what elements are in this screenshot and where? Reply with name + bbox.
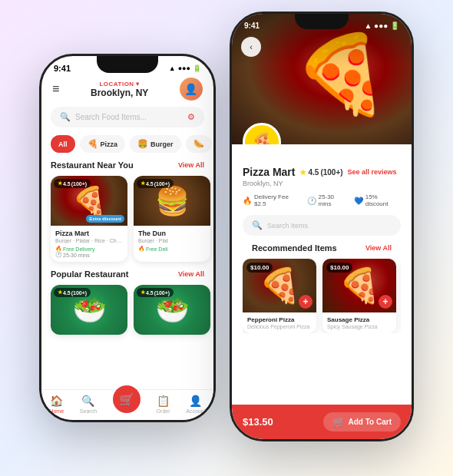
sausage-image: $10.00 + bbox=[322, 259, 396, 312]
burger-label: Burger bbox=[150, 140, 174, 148]
search-input[interactable]: Search Food Items... bbox=[75, 113, 183, 121]
home-icon: 🏠 bbox=[50, 395, 63, 407]
popular-section-header: Popular Restaurant View All bbox=[41, 269, 213, 285]
category-all[interactable]: All bbox=[51, 135, 75, 153]
hamburger-menu-icon[interactable]: ≡ bbox=[52, 82, 59, 96]
the-dun-name: The Dun bbox=[138, 230, 206, 237]
sausage-info: Sausage Pizza Spicy Sausage Pizza bbox=[322, 312, 396, 333]
discount-chip: 💙 15% discount bbox=[354, 193, 401, 207]
right-search-input[interactable]: Search Items bbox=[267, 222, 308, 230]
category-hotdog[interactable]: 🌭 bbox=[186, 135, 212, 153]
checkout-bar: $13.50 🛒 Add To Cart bbox=[232, 405, 412, 439]
left-status-icons: ▲ ●●● 🔋 bbox=[169, 64, 201, 72]
discount-icon: 💙 bbox=[354, 197, 363, 205]
recommended-title: Recommended Items bbox=[252, 243, 337, 253]
burger-emoji: 🍔 bbox=[137, 139, 148, 149]
pepperoni-image: $10.00 + bbox=[243, 259, 316, 312]
back-button[interactable]: ‹ bbox=[241, 37, 261, 57]
right-search-bar[interactable]: 🔍 Search Items bbox=[243, 215, 401, 236]
the-dun-image: ★ 4.5 (100+) bbox=[134, 176, 210, 226]
restaurant-name-row: Pizza Mart ★ 4.5 (100+) See all reviews bbox=[243, 166, 401, 178]
location-label: LOCATION ▾ bbox=[91, 81, 148, 88]
delivery-time-chip: 🕐 25-30 mins bbox=[307, 193, 348, 207]
restaurant-rating: ★ 4.5 (100+) bbox=[299, 168, 342, 177]
the-dun-desc: Burger · Plat bbox=[138, 238, 206, 243]
checkout-price: $13.50 bbox=[243, 416, 273, 428]
restaurant-card-pizza-mart[interactable]: ★ 4.5 (100+) Extra discount Pizza Mart B… bbox=[51, 176, 127, 262]
popular-card-2[interactable]: ★ 4.5 (100+) bbox=[134, 285, 210, 335]
category-burger[interactable]: 🍔 Burger bbox=[130, 135, 181, 153]
hero-section: 9:41 ▲ ●●● 🔋 ‹ 🍕 bbox=[232, 14, 412, 144]
see-all-reviews[interactable]: See all reviews bbox=[348, 168, 397, 176]
location-center[interactable]: LOCATION ▾ Brooklyn, NY bbox=[91, 81, 148, 98]
the-dun-meta: 🔥 Free Deli bbox=[138, 246, 206, 252]
pizza-mart-time: 🕐 25-30 mins bbox=[55, 252, 123, 258]
nearby-section-header: Restaurant Near You View All bbox=[41, 160, 213, 176]
search-icon: 🔍 bbox=[60, 112, 71, 122]
location-name: Brooklyn, NY bbox=[91, 88, 148, 98]
nav-cart[interactable]: 🛒 bbox=[113, 395, 141, 414]
right-screen: 9:41 ▲ ●●● 🔋 ‹ 🍕 Pizza Mart ★ 4.5 (100+)… bbox=[232, 14, 412, 439]
popular-1-rating: ★ 4.5 (100+) bbox=[54, 288, 91, 297]
cart-icon: 🛒 bbox=[119, 392, 134, 407]
restaurant-location: Brooklyn, NY bbox=[243, 180, 401, 187]
cart-button[interactable]: 🛒 bbox=[113, 385, 141, 413]
right-phone: 9:41 ▲ ●●● 🔋 ‹ 🍕 Pizza Mart ★ 4.5 (100+)… bbox=[230, 12, 414, 441]
nav-account[interactable]: 👤 Account bbox=[186, 395, 205, 414]
pizza-label: Pizza bbox=[101, 140, 118, 148]
pizza-mart-name: Pizza Mart bbox=[55, 230, 123, 237]
filter-icon[interactable]: ⚙ bbox=[187, 112, 195, 122]
account-label: Account bbox=[186, 408, 205, 414]
rec-card-sausage[interactable]: $10.00 + Sausage Pizza Spicy Sausage Piz… bbox=[322, 259, 396, 333]
rec-card-pepperoni[interactable]: $10.00 + Pepperoni Pizza Delicious Peppe… bbox=[243, 259, 316, 333]
extra-discount-badge: Extra discount bbox=[86, 215, 124, 223]
pepperoni-add-btn[interactable]: + bbox=[299, 295, 312, 309]
left-header: ≡ LOCATION ▾ Brooklyn, NY 👤 bbox=[41, 78, 213, 107]
bottom-nav: 🏠 Home 🔍 Search 🛒 📋 Order 👤 bbox=[41, 389, 213, 420]
fire-icon: 🔥 bbox=[243, 197, 252, 205]
pepperoni-price: $10.00 bbox=[246, 263, 273, 273]
recommended-header: Recommended Items View All bbox=[243, 243, 401, 259]
right-search-icon: 🔍 bbox=[252, 220, 263, 230]
popular-2-image: ★ 4.5 (100+) bbox=[134, 285, 210, 335]
checkout-cart-icon: 🛒 bbox=[332, 416, 345, 428]
pizza-mart-desc: Burger · Platar · Rice · Chickens bbox=[55, 238, 123, 243]
nav-order[interactable]: 📋 Order bbox=[157, 395, 170, 414]
order-label: Order bbox=[157, 408, 170, 414]
restaurant-card-the-dun[interactable]: ★ 4.5 (100+) The Dun Burger · Plat 🔥 Fre… bbox=[134, 176, 210, 262]
nearby-cards: ★ 4.5 (100+) Extra discount Pizza Mart B… bbox=[41, 176, 213, 269]
recommended-view-all[interactable]: View All bbox=[365, 244, 392, 252]
nav-search[interactable]: 🔍 Search bbox=[80, 395, 97, 414]
sausage-name: Sausage Pizza bbox=[327, 316, 392, 323]
pizza-mart-info: Pizza Mart Burger · Platar · Rice · Chic… bbox=[51, 226, 127, 262]
pepperoni-name: Pepperoni Pizza bbox=[247, 316, 312, 323]
sausage-desc: Spicy Sausage Pizza bbox=[327, 324, 392, 329]
left-notch bbox=[97, 56, 158, 73]
category-pizza[interactable]: 🍕 Pizza bbox=[80, 135, 126, 153]
delivery-fee-chip: 🔥 Delivery Fee $2.5 bbox=[243, 193, 301, 207]
location-arrow-icon: ▾ bbox=[136, 81, 140, 88]
sausage-price: $10.00 bbox=[326, 263, 352, 273]
pizza-mart-image: ★ 4.5 (100+) Extra discount bbox=[51, 176, 127, 226]
pizza-mart-rating: ★ 4.5 (100+) bbox=[54, 179, 91, 188]
hotdog-emoji: 🌭 bbox=[193, 139, 204, 149]
phones-container: 9:41 ▲ ●●● 🔋 ≡ LOCATION ▾ Brooklyn, NY bbox=[39, 35, 414, 441]
the-dun-info: The Dun Burger · Plat 🔥 Free Deli bbox=[134, 226, 210, 256]
sausage-add-btn[interactable]: + bbox=[379, 295, 392, 309]
popular-view-all[interactable]: View All bbox=[178, 270, 204, 278]
free-delivery-tag: 🔥 Free Delivery bbox=[55, 246, 95, 252]
nav-home[interactable]: 🏠 Home bbox=[49, 395, 64, 414]
right-time: 9:41 bbox=[244, 21, 260, 30]
popular-card-1[interactable]: ★ 4.5 (100+) bbox=[51, 285, 127, 335]
popular-cards: ★ 4.5 (100+) ★ 4.5 (100+) bbox=[41, 285, 213, 342]
left-time: 9:41 bbox=[54, 64, 71, 73]
the-dun-rating: ★ 4.5 (100+) bbox=[137, 179, 174, 188]
account-icon: 👤 bbox=[189, 395, 202, 407]
left-phone: 9:41 ▲ ●●● 🔋 ≡ LOCATION ▾ Brooklyn, NY bbox=[39, 54, 216, 422]
search-bar[interactable]: 🔍 Search Food Items... ⚙ bbox=[51, 107, 204, 127]
home-label: Home bbox=[49, 408, 64, 414]
all-label: All bbox=[58, 140, 68, 148]
user-avatar[interactable]: 👤 bbox=[180, 78, 203, 101]
nearby-view-all[interactable]: View All bbox=[178, 161, 204, 169]
add-to-cart-button[interactable]: 🛒 Add To Cart bbox=[323, 412, 401, 431]
